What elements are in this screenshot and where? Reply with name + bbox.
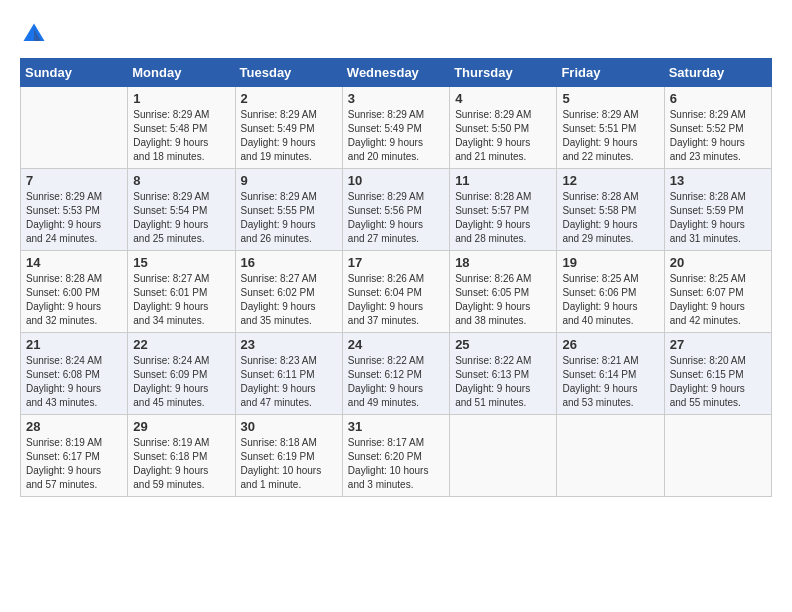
day-cell [557,415,664,497]
day-cell: 4Sunrise: 8:29 AM Sunset: 5:50 PM Daylig… [450,87,557,169]
day-cell: 2Sunrise: 8:29 AM Sunset: 5:49 PM Daylig… [235,87,342,169]
day-number: 1 [133,91,229,106]
day-info: Sunrise: 8:29 AM Sunset: 5:53 PM Dayligh… [26,190,122,246]
day-cell: 22Sunrise: 8:24 AM Sunset: 6:09 PM Dayli… [128,333,235,415]
day-cell: 10Sunrise: 8:29 AM Sunset: 5:56 PM Dayli… [342,169,449,251]
day-cell: 12Sunrise: 8:28 AM Sunset: 5:58 PM Dayli… [557,169,664,251]
week-row-3: 14Sunrise: 8:28 AM Sunset: 6:00 PM Dayli… [21,251,772,333]
week-row-4: 21Sunrise: 8:24 AM Sunset: 6:08 PM Dayli… [21,333,772,415]
day-info: Sunrise: 8:28 AM Sunset: 5:58 PM Dayligh… [562,190,658,246]
day-number: 8 [133,173,229,188]
day-info: Sunrise: 8:17 AM Sunset: 6:20 PM Dayligh… [348,436,444,492]
day-info: Sunrise: 8:23 AM Sunset: 6:11 PM Dayligh… [241,354,337,410]
day-number: 11 [455,173,551,188]
logo-icon [20,20,48,48]
day-number: 17 [348,255,444,270]
day-info: Sunrise: 8:28 AM Sunset: 5:57 PM Dayligh… [455,190,551,246]
day-info: Sunrise: 8:24 AM Sunset: 6:09 PM Dayligh… [133,354,229,410]
day-info: Sunrise: 8:21 AM Sunset: 6:14 PM Dayligh… [562,354,658,410]
day-cell: 15Sunrise: 8:27 AM Sunset: 6:01 PM Dayli… [128,251,235,333]
day-info: Sunrise: 8:25 AM Sunset: 6:06 PM Dayligh… [562,272,658,328]
header-cell-sunday: Sunday [21,59,128,87]
logo [20,20,54,48]
day-cell: 5Sunrise: 8:29 AM Sunset: 5:51 PM Daylig… [557,87,664,169]
calendar-table: SundayMondayTuesdayWednesdayThursdayFrid… [20,58,772,497]
header [20,20,772,48]
header-cell-wednesday: Wednesday [342,59,449,87]
day-cell [21,87,128,169]
day-info: Sunrise: 8:29 AM Sunset: 5:49 PM Dayligh… [348,108,444,164]
day-number: 14 [26,255,122,270]
day-number: 16 [241,255,337,270]
calendar-header: SundayMondayTuesdayWednesdayThursdayFrid… [21,59,772,87]
day-cell: 25Sunrise: 8:22 AM Sunset: 6:13 PM Dayli… [450,333,557,415]
day-number: 21 [26,337,122,352]
day-info: Sunrise: 8:26 AM Sunset: 6:04 PM Dayligh… [348,272,444,328]
day-number: 2 [241,91,337,106]
day-cell: 27Sunrise: 8:20 AM Sunset: 6:15 PM Dayli… [664,333,771,415]
day-number: 5 [562,91,658,106]
day-info: Sunrise: 8:29 AM Sunset: 5:54 PM Dayligh… [133,190,229,246]
day-number: 28 [26,419,122,434]
header-cell-friday: Friday [557,59,664,87]
day-number: 19 [562,255,658,270]
day-info: Sunrise: 8:19 AM Sunset: 6:18 PM Dayligh… [133,436,229,492]
day-cell: 1Sunrise: 8:29 AM Sunset: 5:48 PM Daylig… [128,87,235,169]
day-number: 12 [562,173,658,188]
day-cell: 31Sunrise: 8:17 AM Sunset: 6:20 PM Dayli… [342,415,449,497]
day-info: Sunrise: 8:29 AM Sunset: 5:52 PM Dayligh… [670,108,766,164]
day-info: Sunrise: 8:25 AM Sunset: 6:07 PM Dayligh… [670,272,766,328]
day-info: Sunrise: 8:29 AM Sunset: 5:56 PM Dayligh… [348,190,444,246]
day-number: 31 [348,419,444,434]
day-info: Sunrise: 8:22 AM Sunset: 6:12 PM Dayligh… [348,354,444,410]
header-cell-tuesday: Tuesday [235,59,342,87]
day-info: Sunrise: 8:22 AM Sunset: 6:13 PM Dayligh… [455,354,551,410]
day-cell: 28Sunrise: 8:19 AM Sunset: 6:17 PM Dayli… [21,415,128,497]
day-number: 4 [455,91,551,106]
day-number: 24 [348,337,444,352]
day-info: Sunrise: 8:18 AM Sunset: 6:19 PM Dayligh… [241,436,337,492]
day-number: 9 [241,173,337,188]
day-info: Sunrise: 8:29 AM Sunset: 5:50 PM Dayligh… [455,108,551,164]
day-number: 25 [455,337,551,352]
day-cell: 9Sunrise: 8:29 AM Sunset: 5:55 PM Daylig… [235,169,342,251]
calendar-body: 1Sunrise: 8:29 AM Sunset: 5:48 PM Daylig… [21,87,772,497]
day-info: Sunrise: 8:27 AM Sunset: 6:02 PM Dayligh… [241,272,337,328]
header-cell-thursday: Thursday [450,59,557,87]
day-cell [450,415,557,497]
day-cell: 3Sunrise: 8:29 AM Sunset: 5:49 PM Daylig… [342,87,449,169]
day-number: 20 [670,255,766,270]
day-number: 27 [670,337,766,352]
day-number: 7 [26,173,122,188]
week-row-2: 7Sunrise: 8:29 AM Sunset: 5:53 PM Daylig… [21,169,772,251]
day-cell: 21Sunrise: 8:24 AM Sunset: 6:08 PM Dayli… [21,333,128,415]
day-number: 29 [133,419,229,434]
day-cell: 7Sunrise: 8:29 AM Sunset: 5:53 PM Daylig… [21,169,128,251]
week-row-5: 28Sunrise: 8:19 AM Sunset: 6:17 PM Dayli… [21,415,772,497]
day-info: Sunrise: 8:27 AM Sunset: 6:01 PM Dayligh… [133,272,229,328]
day-info: Sunrise: 8:29 AM Sunset: 5:55 PM Dayligh… [241,190,337,246]
day-cell: 18Sunrise: 8:26 AM Sunset: 6:05 PM Dayli… [450,251,557,333]
day-number: 15 [133,255,229,270]
day-info: Sunrise: 8:29 AM Sunset: 5:51 PM Dayligh… [562,108,658,164]
day-cell: 16Sunrise: 8:27 AM Sunset: 6:02 PM Dayli… [235,251,342,333]
day-cell: 11Sunrise: 8:28 AM Sunset: 5:57 PM Dayli… [450,169,557,251]
header-cell-saturday: Saturday [664,59,771,87]
day-info: Sunrise: 8:24 AM Sunset: 6:08 PM Dayligh… [26,354,122,410]
day-number: 23 [241,337,337,352]
day-number: 3 [348,91,444,106]
day-info: Sunrise: 8:26 AM Sunset: 6:05 PM Dayligh… [455,272,551,328]
day-info: Sunrise: 8:20 AM Sunset: 6:15 PM Dayligh… [670,354,766,410]
day-number: 30 [241,419,337,434]
day-number: 26 [562,337,658,352]
week-row-1: 1Sunrise: 8:29 AM Sunset: 5:48 PM Daylig… [21,87,772,169]
day-info: Sunrise: 8:29 AM Sunset: 5:49 PM Dayligh… [241,108,337,164]
day-cell: 17Sunrise: 8:26 AM Sunset: 6:04 PM Dayli… [342,251,449,333]
day-cell: 26Sunrise: 8:21 AM Sunset: 6:14 PM Dayli… [557,333,664,415]
day-info: Sunrise: 8:28 AM Sunset: 6:00 PM Dayligh… [26,272,122,328]
day-number: 10 [348,173,444,188]
day-number: 18 [455,255,551,270]
header-row: SundayMondayTuesdayWednesdayThursdayFrid… [21,59,772,87]
day-cell: 23Sunrise: 8:23 AM Sunset: 6:11 PM Dayli… [235,333,342,415]
day-cell: 29Sunrise: 8:19 AM Sunset: 6:18 PM Dayli… [128,415,235,497]
